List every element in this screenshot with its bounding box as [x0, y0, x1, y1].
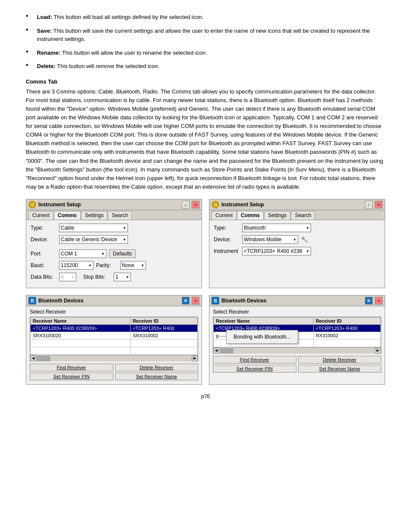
instrument-label-right: Instrument	[214, 248, 240, 254]
type-select-right[interactable]: Bluetooth ▼	[242, 224, 311, 232]
bullet-rename: • Rename: This button will allow the use…	[26, 49, 385, 57]
set-name-button-right[interactable]: Set Receiver Name	[298, 365, 382, 373]
top-panels-row: ⚙ Instrument Setup ✓ ✕ Current Comms Set…	[26, 199, 385, 288]
bullet-save: • Save: This button will save the curren…	[26, 27, 385, 44]
instrument-select-right[interactable]: <TCRP1203+ R400 #238 ▼	[242, 247, 311, 255]
bullet-text-rename: Rename: This button will allow the user …	[37, 49, 207, 57]
find-receiver-button-left[interactable]: Find Receiver	[30, 364, 113, 371]
bt-panel-left: B Bluetooth Devices B ✕ Select Receiver …	[26, 295, 202, 385]
tab-settings-right[interactable]: Settings	[264, 211, 290, 220]
bullet-text-delete: Delete: This button will remove the sele…	[37, 62, 159, 71]
device-arrow-left: ▼	[123, 238, 126, 242]
bt-row-3-left	[31, 339, 198, 347]
scroll-left-arrow-right[interactable]: ◀	[213, 348, 219, 354]
databits-select-left[interactable]: 8 ▼	[59, 273, 76, 281]
close-button-left[interactable]: ✕	[192, 201, 199, 208]
bt-scrollbar-left[interactable]: ◀ ▶	[30, 355, 198, 361]
defaults-button-left[interactable]: Defaults	[109, 249, 136, 258]
tab-search-right[interactable]: Search	[291, 211, 315, 220]
scroll-right-arrow-left[interactable]: ▶	[192, 355, 198, 361]
scroll-left-arrow-left[interactable]: ◀	[30, 355, 36, 361]
bullet-text-load: Load: This button will load all settings…	[37, 13, 203, 22]
bullet-label-save: Save:	[37, 28, 52, 34]
instrument-setup-panel-left: ⚙ Instrument Setup ✓ ✕ Current Comms Set…	[26, 199, 202, 288]
bt-body-right: Select Receiver Receiver Name Receiver I…	[209, 306, 385, 376]
panel-title-left: Instrument Setup	[38, 202, 180, 208]
tab-comms-right[interactable]: Comms	[237, 211, 264, 220]
type-arrow-right: ▼	[306, 226, 309, 230]
panel-tabs-right: Current Comms Settings Search	[209, 210, 385, 220]
port-arrow-left: ▼	[101, 252, 105, 256]
bt-row1-id-right: <TCRP1203+ R400	[313, 325, 380, 332]
device-value-left: Cable or Generic Device	[61, 236, 121, 243]
bt-table-left: Receiver Name Receiver ID <TCRP1203+ R40…	[30, 317, 198, 355]
bt-row-1-left[interactable]: <TCRP1203+ R400 #238939> <TCRP1203+ R400	[31, 325, 198, 332]
scroll-track-right	[234, 348, 375, 354]
stopbits-value-left: 1	[115, 274, 125, 280]
close-button-right[interactable]: ✕	[375, 201, 383, 208]
device-select-left[interactable]: Cable or Generic Device ▼	[59, 235, 128, 244]
delete-receiver-button-right[interactable]: Delete Receiver	[298, 356, 382, 364]
bt-panel-right: B Bluetooth Devices B ✕ Select Receiver …	[209, 295, 385, 385]
tab-current-right[interactable]: Current	[212, 211, 237, 220]
stopbits-select-left[interactable]: 1 ▼	[114, 273, 131, 281]
bt-ok-button-right[interactable]: B	[365, 297, 373, 305]
instrument-value-right: <TCRP1203+ R400 #238	[244, 248, 305, 254]
type-value-left: Cable	[61, 225, 121, 231]
parity-arrow-left: ▼	[141, 264, 144, 268]
bullet-delete: • Delete: This button will remove the se…	[26, 62, 385, 71]
set-pin-button-left[interactable]: Set Receiver PIN	[30, 373, 113, 380]
set-pin-button-right[interactable]: Set Receiver PIN	[213, 365, 296, 373]
device-arrow-right: ▼	[293, 238, 296, 242]
comms-body: There are 3 Comms options: Cable, Blueto…	[26, 87, 385, 192]
bt-col1-header-right: Receiver Name	[214, 317, 314, 325]
bt-ok-button-left[interactable]: B	[182, 297, 190, 305]
bt-row-2-left[interactable]: SRX3100020 SRX310002	[31, 332, 198, 339]
type-select-left[interactable]: Cable ▼	[59, 224, 128, 232]
bt-buttons-row2-right: Set Receiver PIN Set Receiver Name	[213, 365, 381, 373]
type-value-right: Bluetooth	[244, 225, 305, 231]
baud-select-left[interactable]: 115200 ▼	[59, 261, 93, 270]
comms-section: Comms Tab There are 3 Comms options: Cab…	[26, 78, 385, 192]
delete-receiver-button-left[interactable]: Delete Receiver	[115, 364, 199, 371]
comms-header: Comms Tab	[26, 78, 385, 85]
bt-col1-header-left: Receiver Name	[31, 317, 131, 325]
tab-search-left[interactable]: Search	[108, 211, 132, 220]
ok-button-right[interactable]: ✓	[365, 201, 373, 208]
parity-select-left[interactable]: None ▼	[120, 261, 146, 270]
bt-buttons-row2-left: Set Receiver PIN Set Receiver Name	[30, 373, 198, 380]
ok-button-left[interactable]: ✓	[182, 201, 190, 208]
tab-settings-left[interactable]: Settings	[81, 211, 107, 220]
panel-icon-right: ⚙	[212, 201, 219, 208]
bullet-label-rename: Rename:	[37, 50, 61, 56]
baud-arrow-left: ▼	[88, 264, 92, 268]
device-row-right: Device: Windows Mobile ▼ 🔧	[214, 235, 380, 244]
scroll-right-arrow-right[interactable]: ▶	[375, 348, 381, 354]
find-receiver-button-right[interactable]: Find Receiver	[213, 356, 296, 364]
scroll-thumb-left[interactable]	[37, 356, 50, 361]
bullet-dot-rename: •	[26, 48, 28, 56]
device-select-right[interactable]: Windows Mobile ▼	[242, 235, 298, 244]
baud-label-left: Baud:	[31, 262, 56, 268]
panel-body-right: Type: Bluetooth ▼ Device: Windows Mobile…	[209, 220, 385, 262]
bluetooth-settings-icon[interactable]: 🔧	[301, 236, 308, 243]
bt-close-button-right[interactable]: ✕	[375, 297, 383, 305]
tab-current-left[interactable]: Current	[28, 211, 53, 220]
bt-body-left: Select Receiver Receiver Name Receiver I…	[26, 306, 202, 384]
set-name-button-left[interactable]: Set Receiver Name	[115, 373, 199, 380]
instrument-setup-panel-right: ⚙ Instrument Setup ✓ ✕ Current Comms Set…	[209, 199, 385, 288]
bt-title-left: Bluetooth Devices	[38, 298, 180, 304]
scroll-thumb-right[interactable]	[220, 348, 233, 353]
databits-row-left: Data Bits: 8 ▼ Stop Bits: 1 ▼	[31, 273, 197, 281]
databits-arrow-left: ▼	[71, 275, 75, 279]
bonding-text: Bonding with Bluetooth...	[234, 334, 291, 340]
scroll-track-left	[51, 355, 192, 361]
bt-titlebar-left: B Bluetooth Devices B ✕	[26, 296, 202, 306]
bt-scrollbar-right[interactable]: ◀ ▶	[213, 347, 381, 353]
panel-titlebar-left: ⚙ Instrument Setup ✓ ✕	[26, 199, 202, 210]
port-select-left[interactable]: COM 1 ▼	[59, 249, 106, 258]
tab-comms-left[interactable]: Comms	[54, 211, 81, 220]
bt-close-button-left[interactable]: ✕	[192, 297, 199, 305]
stopbits-label-left: Stop Bits:	[83, 274, 111, 280]
bt-icon-left: B	[28, 297, 36, 305]
